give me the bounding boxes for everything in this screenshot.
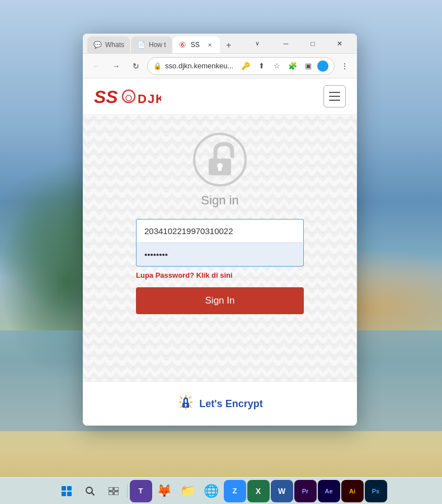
svg-rect-24 [114, 492, 119, 495]
word-icon[interactable]: W [271, 480, 293, 502]
photoshop-icon[interactable]: Ps [365, 480, 387, 502]
sidebar-icon[interactable]: ▣ [302, 59, 315, 73]
profile-icon[interactable]: 🌐 [317, 60, 328, 72]
tab-sso[interactable]: ⑥ SS ✕ [173, 36, 220, 53]
premiere-icon[interactable]: Pr [294, 480, 317, 502]
svg-point-2 [126, 95, 131, 101]
svg-text:SS: SS [94, 87, 118, 106]
more-menu-button[interactable]: ⋮ [337, 58, 352, 74]
lock-icon-container [192, 132, 248, 188]
tab-whatsapp-label: Whats [105, 41, 124, 49]
chevron-down-icon[interactable]: ∨ [248, 35, 266, 53]
svg-marker-15 [180, 396, 182, 399]
win-logo-block-2 [67, 486, 72, 491]
taskbar: T 🦊 📁 🌐 Z X W Pr Ae Ai Ps [0, 477, 442, 504]
tabs-area: 💬 Whats 📄 How t ⑥ SS ✕ + [87, 34, 246, 53]
firefox-icon[interactable]: 🦊 [153, 480, 176, 502]
address-bar-icons: 🔑 ⬆ ☆ 🧩 ▣ 🌐 [239, 59, 328, 73]
tab-howto-label: How t [149, 41, 166, 49]
task-view-icon [109, 487, 119, 495]
howto-favicon: 📄 [137, 40, 145, 49]
favorites-icon[interactable]: ☆ [270, 59, 284, 73]
browser-window: 💬 Whats 📄 How t ⑥ SS ✕ + ∨ ─ □ ✕ [83, 34, 357, 426]
back-button[interactable]: ← [87, 57, 105, 75]
tab-sso-label: SS [191, 41, 200, 49]
hamburger-line-1 [329, 92, 340, 93]
minimize-button[interactable]: ─ [273, 35, 299, 53]
whatsapp-favicon: 💬 [93, 40, 102, 49]
chrome-icon[interactable]: 🌐 [200, 480, 223, 502]
hamburger-line-3 [329, 100, 340, 101]
excel-icon[interactable]: X [247, 480, 270, 502]
url-text: sso.djkn.kemenkeu... [165, 62, 233, 70]
site-header: SS DJKN [83, 78, 357, 115]
lock-icon: 🔒 [153, 62, 162, 70]
svg-rect-22 [114, 487, 119, 491]
forgot-password-text: Lupa Password? [136, 271, 194, 279]
svg-rect-21 [109, 487, 113, 491]
illustrator-icon[interactable]: Ai [341, 480, 364, 502]
lock-illustration [192, 132, 248, 188]
address-bar[interactable]: 🔒 sso.djkn.kemenkeu... 🔑 ⬆ ☆ 🧩 ▣ 🌐 [147, 57, 335, 75]
main-content: Sign in Lupa Password? Klik di sini Sign… [83, 115, 357, 381]
task-view-button[interactable] [102, 480, 125, 502]
teams-icon[interactable]: T [130, 480, 152, 502]
svg-text:DJKN: DJKN [138, 92, 161, 106]
lets-encrypt-icon [177, 393, 195, 414]
after-effects-icon[interactable]: Ae [318, 480, 340, 502]
taskbar-divider-1 [127, 484, 128, 498]
zoom-icon[interactable]: Z [224, 480, 246, 502]
sign-in-title: Sign in [201, 193, 238, 208]
toolbar: ← → ↻ 🔒 sso.djkn.kemenkeu... 🔑 ⬆ ☆ 🧩 ▣ 🌐… [83, 54, 357, 78]
refresh-button[interactable]: ↻ [127, 57, 145, 75]
password-input[interactable] [136, 243, 304, 267]
site-logo: SS DJKN [94, 86, 161, 106]
tab-whatsapp[interactable]: 💬 Whats [87, 36, 130, 53]
svg-marker-11 [178, 402, 181, 403]
maximize-button[interactable]: □ [300, 35, 326, 53]
forward-button[interactable]: → [107, 57, 125, 75]
svg-line-20 [91, 492, 94, 495]
win-logo-block-1 [62, 486, 66, 491]
hamburger-menu-button[interactable] [323, 85, 346, 108]
hamburger-line-2 [329, 96, 340, 97]
forgot-password-link[interactable]: Klik di sini [196, 271, 233, 279]
username-input[interactable] [136, 219, 304, 243]
svg-rect-7 [218, 166, 222, 171]
svg-marker-12 [189, 396, 192, 399]
windows-start-button[interactable] [55, 480, 78, 502]
sign-in-button[interactable]: Sign In [136, 287, 304, 314]
tab-close-sso[interactable]: ✕ [205, 40, 214, 49]
sso-favicon: ⑥ [178, 40, 187, 49]
content-inner: Sign in Lupa Password? Klik di sini Sign… [105, 132, 335, 314]
page-footer: Let's Encrypt [83, 381, 357, 426]
lets-encrypt-badge: Let's Encrypt [177, 393, 262, 414]
key-icon[interactable]: 🔑 [239, 59, 252, 73]
forgot-password: Lupa Password? Klik di sini [136, 271, 304, 279]
svg-marker-9 [190, 402, 194, 403]
file-explorer-icon[interactable]: 📁 [177, 480, 199, 502]
lets-encrypt-text: Let's Encrypt [199, 398, 262, 410]
search-icon [85, 486, 95, 496]
search-taskbar-button[interactable] [79, 480, 101, 502]
new-tab-button[interactable]: + [221, 38, 237, 53]
taskbar-icons: T 🦊 📁 🌐 Z X W Pr Ae Ai Ps [55, 480, 387, 502]
svg-marker-8 [185, 394, 187, 398]
page-content: SS DJKN [83, 78, 357, 426]
close-button[interactable]: ✕ [327, 35, 352, 53]
login-form: Lupa Password? Klik di sini Sign In [136, 219, 304, 314]
lets-encrypt-svg [177, 393, 195, 411]
svg-marker-13 [189, 405, 192, 408]
svg-rect-23 [109, 492, 113, 495]
windows-logo [62, 486, 72, 496]
logo-svg: SS DJKN [94, 86, 161, 106]
svg-rect-18 [185, 405, 186, 407]
extensions-icon[interactable]: 🧩 [286, 59, 299, 73]
window-controls: ─ □ ✕ [273, 35, 352, 53]
title-bar: 💬 Whats 📄 How t ⑥ SS ✕ + ∨ ─ □ ✕ [83, 34, 357, 54]
share-icon[interactable]: ⬆ [255, 59, 268, 73]
tab-howto[interactable]: 📄 How t [131, 36, 172, 53]
win-logo-block-4 [67, 492, 72, 496]
win-logo-block-3 [62, 492, 66, 496]
